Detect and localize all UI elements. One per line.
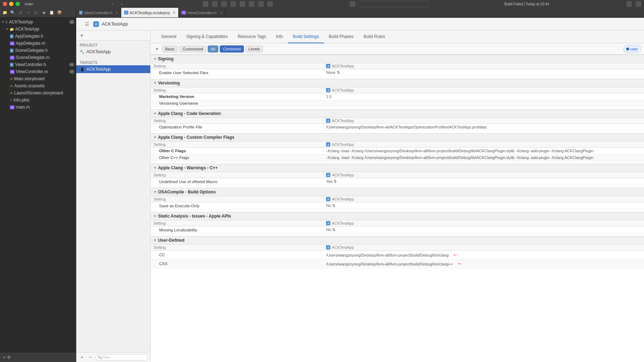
right-panel-btn-1[interactable] bbox=[626, 1, 632, 7]
section-header-osacompile[interactable]: ▼ OSACompile - Build Options bbox=[151, 188, 644, 196]
section-disclosure-signing[interactable]: ▼ bbox=[153, 57, 157, 61]
nav-icon-tests[interactable]: ✓ bbox=[25, 9, 32, 16]
nav-add-btn[interactable]: + bbox=[3, 355, 6, 360]
section-disclosure-user-defined[interactable]: ▼ bbox=[153, 238, 157, 242]
tab-viewcontroller-h[interactable]: h ViewController.h ✕ bbox=[76, 8, 121, 17]
setting-row-compiler-flags-1[interactable]: Other C++ Flags -Xclang -load -Xclang /U… bbox=[151, 154, 644, 161]
nav-forward-btn[interactable]: › bbox=[118, 0, 125, 7]
nav-item-assets[interactable]: ✕ Assets.xcassets bbox=[0, 82, 76, 89]
nav-icon-reports[interactable]: 📋 bbox=[48, 9, 55, 16]
scheme-selector[interactable] bbox=[358, 1, 429, 7]
setting-value-text: /Users/wangzeyong/Desktop/llvm-all/ACKTe… bbox=[326, 125, 486, 129]
setting-value-cell-static-analysis-0: No ⇅ bbox=[323, 226, 644, 234]
nav-icon-search[interactable]: 🔍 bbox=[9, 9, 16, 16]
section-header-versioning[interactable]: ▼ Versioning bbox=[151, 79, 644, 87]
setting-row-static-analysis-0[interactable]: Missing Localizability No ⇅ bbox=[151, 226, 644, 234]
close-button[interactable] bbox=[3, 2, 7, 6]
nav-filter-btn[interactable]: ⚙ bbox=[7, 355, 11, 360]
toolbar-btn-2[interactable] bbox=[212, 1, 218, 7]
nav-item-appdelegate-h[interactable]: h AppDelegate.h bbox=[0, 33, 76, 40]
tab-build-settings[interactable]: Build Settings bbox=[288, 31, 324, 43]
toolbar-btn-4[interactable] bbox=[230, 1, 236, 7]
ps-filter-input[interactable]: 🔍 Filter bbox=[95, 354, 148, 361]
setting-row-user-defined-0[interactable]: CC /Users/wangzeyong/Desktop/llvm-all/ll… bbox=[151, 251, 644, 259]
toolbar-basic-btn[interactable]: Basic bbox=[162, 45, 178, 53]
section-disclosure-versioning[interactable]: ▼ bbox=[153, 81, 157, 85]
section-disclosure-warnings-cpp[interactable]: ▼ bbox=[153, 166, 157, 170]
tab-general[interactable]: General bbox=[156, 31, 181, 43]
ps-item-target[interactable]: 📱 ACKTestApp bbox=[76, 65, 150, 73]
toolbar-btn-6[interactable] bbox=[249, 1, 254, 7]
nav-icon-issues[interactable]: ⚠ bbox=[17, 9, 24, 16]
nav-item-viewcontroller-m[interactable]: m ViewController.m M bbox=[0, 68, 76, 75]
tab-build-phases[interactable]: Build Phases bbox=[324, 31, 359, 43]
toolbar-btn-5[interactable] bbox=[240, 1, 245, 7]
toolbar-add-button[interactable]: + bbox=[153, 45, 161, 53]
section-header-code-generation[interactable]: ▼ Apple Clang - Code Generation bbox=[151, 110, 644, 118]
toolbar-btn-3[interactable] bbox=[221, 1, 227, 7]
tab-close-viewcontroller-m[interactable]: ✕ bbox=[219, 11, 222, 15]
assets-label: Assets.xcassets bbox=[14, 83, 45, 88]
tab-resource-tags[interactable]: Resource Tags bbox=[233, 31, 271, 43]
scheme-run-btn[interactable] bbox=[350, 1, 355, 7]
nav-back-btn[interactable]: ‹ bbox=[109, 0, 116, 7]
nav-icon-folder[interactable]: 📁 bbox=[1, 9, 9, 16]
ps-footer-add[interactable]: + bbox=[78, 354, 85, 361]
nav-item-appdelegate-m[interactable]: m AppDelegate.m bbox=[0, 40, 76, 47]
nav-item-group[interactable]: ▼ 📁 ACKTestApp bbox=[0, 26, 76, 33]
right-panel-btn-2[interactable] bbox=[635, 1, 641, 7]
toolbar-btn-7[interactable] bbox=[258, 1, 264, 7]
toolbar-combined-btn[interactable]: Combined bbox=[220, 45, 244, 53]
nav-item-viewcontroller-h[interactable]: h ViewController.h M bbox=[0, 61, 76, 68]
nav-item-main-m[interactable]: m main.m bbox=[0, 104, 76, 111]
tab-info[interactable]: Info bbox=[271, 31, 288, 43]
toolbar-customized-btn[interactable]: Customized bbox=[179, 45, 206, 53]
setting-row-warnings-cpp-0[interactable]: Undefined Use of offsetof Macro Yes ⇅ bbox=[151, 178, 644, 185]
h-file-icon-3: h bbox=[10, 63, 13, 67]
setting-row-osacompile-0[interactable]: Save as Execute-Only No ⇅ bbox=[151, 202, 644, 209]
nav-item-scenedelegate-h[interactable]: h SceneDelegate.h bbox=[0, 47, 76, 54]
setting-row-versioning-1[interactable]: Versioning Username bbox=[151, 100, 644, 107]
section-header-signing[interactable]: ▼ Signing bbox=[151, 55, 644, 63]
tab-signing[interactable]: Signing & Capabilities bbox=[181, 31, 233, 43]
setting-row-user-defined-1[interactable]: CXX /Users/wangzeyong/Desktop/llvm-all/l… bbox=[151, 259, 644, 268]
nav-icon-debug[interactable]: ▷ bbox=[33, 9, 40, 16]
toolbar-levels-btn[interactable]: Levels bbox=[245, 45, 263, 53]
section-disclosure-osacompile[interactable]: ▼ bbox=[153, 190, 157, 194]
toolbar-btn-1[interactable] bbox=[203, 1, 208, 7]
nav-item-scenedelegate-m[interactable]: m SceneDelegate.m bbox=[0, 54, 76, 61]
section-disclosure-compiler-flags[interactable]: ▼ bbox=[153, 136, 157, 139]
section-header-compiler-flags[interactable]: ▼ Apple Clang - Custom Compiler Flags bbox=[151, 133, 644, 142]
section-header-warnings-cpp[interactable]: ▼ Apple Clang - Warnings - C++ bbox=[151, 164, 644, 172]
sidebar-toggle[interactable]: ☰ bbox=[83, 21, 90, 28]
section-header-user-defined[interactable]: ▼ User-Defined bbox=[151, 236, 644, 245]
tab-build-rules[interactable]: Build Rules bbox=[359, 31, 390, 43]
section-header-static-analysis[interactable]: ▼ Static Analysis - Issues - Apple APIs bbox=[151, 212, 644, 220]
tab-close-proj[interactable]: ✕ bbox=[173, 11, 175, 15]
section-disclosure-static-analysis[interactable]: ▼ bbox=[153, 214, 157, 218]
ps-add-button[interactable]: + bbox=[78, 32, 85, 39]
tab-ackTestApp-proj[interactable]: A ACKTestApp.xcodeproj ✕ bbox=[121, 8, 178, 17]
nav-icon-breakpoints[interactable]: ◆ bbox=[40, 9, 47, 16]
toolbar-btn-8[interactable] bbox=[267, 1, 273, 7]
tab-viewcontroller-m[interactable]: m ViewController.m ✕ bbox=[179, 8, 226, 17]
tab-close-viewcontroller-h[interactable]: ✕ bbox=[115, 11, 118, 15]
nav-item-main-storyboard[interactable]: ✕ Main.storyboard bbox=[0, 75, 76, 82]
toolbar-all-btn[interactable]: All bbox=[208, 45, 218, 53]
nav-item-info-plist[interactable]: ≡ Info.plist bbox=[0, 97, 76, 104]
maximize-button[interactable] bbox=[16, 2, 20, 6]
nav-icon-assets[interactable]: 📦 bbox=[56, 9, 63, 16]
user-filter[interactable]: user bbox=[623, 45, 641, 53]
minimize-button[interactable] bbox=[9, 2, 13, 6]
ps-footer-remove[interactable]: − bbox=[87, 354, 94, 361]
setting-row-compiler-flags-0[interactable]: Other C Flags -Xclang -load -Xclang /Use… bbox=[151, 148, 644, 154]
section-disclosure-code-generation[interactable]: ▼ bbox=[153, 112, 157, 115]
main-layout: 📁 🔍 ⚠ ✓ ▷ ◆ 📋 📦 ▼ A ACKTestApp M bbox=[0, 8, 644, 362]
setting-row-versioning-0[interactable]: Marketing Version 1.0 bbox=[151, 93, 644, 100]
nav-item-project-root[interactable]: ▼ A ACKTestApp M bbox=[0, 18, 76, 26]
setting-row-code-generation-0[interactable]: Optimization Profile File /Users/wangzey… bbox=[151, 124, 644, 131]
spacer-warnings-cpp bbox=[151, 185, 644, 188]
nav-item-launchscreen[interactable]: ✕ LaunchScreen.storyboard bbox=[0, 89, 76, 97]
ps-item-project[interactable]: 🔧 ACKTestApp bbox=[76, 48, 150, 56]
setting-row-signing-0[interactable]: Enable User Selected Files None ⇅ bbox=[151, 69, 644, 76]
